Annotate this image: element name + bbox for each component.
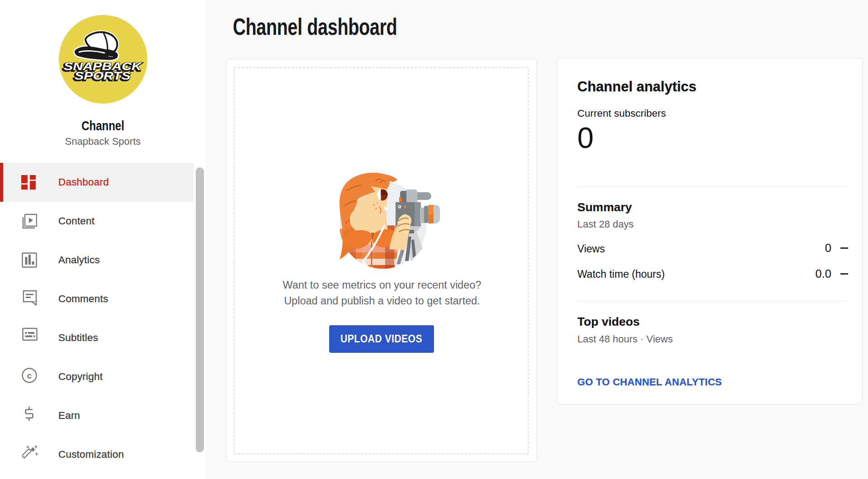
svg-text:c: c	[27, 371, 32, 380]
svg-text:SPORTS: SPORTS	[75, 70, 131, 82]
